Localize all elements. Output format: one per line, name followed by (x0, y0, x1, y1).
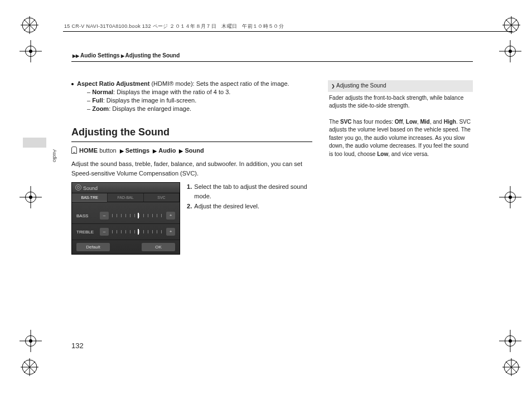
page-number: 132 (71, 342, 84, 350)
triangle-icon: ▶ (120, 148, 124, 154)
plus-button[interactable]: + (166, 212, 175, 219)
home-icon (71, 147, 77, 154)
slider-thumb[interactable] (138, 229, 139, 235)
registration-mark-icon (23, 333, 38, 349)
triangle-icon: ▶▶ (72, 53, 79, 58)
side-tab-label: Audio (52, 149, 57, 162)
rule-heading (71, 142, 312, 142)
sidebar-bold: SVC (340, 119, 352, 125)
sidebar-text: The (329, 119, 340, 125)
ok-button[interactable]: OK (142, 243, 175, 251)
sidebar-paragraph: The SVC has four modes: Off, Low, Mid, a… (328, 116, 473, 164)
default-button[interactable]: Default (76, 243, 110, 251)
bullet-icon (71, 83, 74, 85)
triangle-icon: ▶ (153, 148, 157, 154)
crop-mark-icon (20, 16, 39, 35)
crop-mark-icon (502, 358, 521, 377)
slider-treble: TREBLE – + (72, 224, 180, 240)
sidebar-bold: Off (395, 119, 403, 125)
step-text: Select the tab to adjust the desired sou… (194, 182, 312, 201)
sidebar-text: has four modes: (352, 119, 395, 125)
section-heading: Adjusting the Sound (71, 126, 312, 138)
breadcrumb: ▶▶Audio Settings▶Adjusting the Sound (71, 52, 180, 58)
sidebar-title-text: Adjusting the Sound (336, 82, 386, 89)
slider-label: TREBLE (76, 230, 100, 235)
sidebar-paragraph: Fader adjusts the front-to-back strength… (328, 92, 473, 116)
slider-track[interactable] (112, 213, 163, 218)
tab-fad-bal[interactable]: FAD-BAL (108, 193, 143, 202)
sub-item: Full: Displays the image in full-screen. (87, 97, 312, 104)
item-label: Aspect Ratio Adjustment (77, 80, 149, 87)
breadcrumb-item: Audio Settings (80, 52, 120, 58)
slider-label: BASS (76, 213, 100, 218)
item-text: (HDMI® mode): Sets the aspect ratio of t… (149, 80, 289, 87)
registration-mark-icon (502, 43, 518, 59)
screen-title-text: Sound (83, 186, 98, 191)
sidebar-bold: Low (406, 119, 417, 125)
sidebar-bold: Mid (420, 119, 429, 125)
gear-icon (75, 184, 81, 191)
step-number: 1. (187, 182, 192, 201)
sidebar-bold: Low (377, 151, 388, 157)
registration-mark-icon (23, 43, 38, 59)
sub-item-text: : Displays the image in full-screen. (103, 97, 197, 104)
step-text: Adjust the desired level. (194, 202, 259, 211)
thumb-tab (23, 138, 46, 148)
slider-track[interactable] (112, 230, 163, 234)
nav-step: Sound (185, 147, 204, 154)
plus-button[interactable]: + (166, 228, 175, 236)
section-description: Adjust the sound bass, treble, fader, ba… (71, 159, 312, 178)
tab-bas-tre[interactable]: BAS-TRE (72, 193, 108, 202)
chevron-icon: ❯ (331, 84, 335, 89)
rule-breadcrumb (71, 61, 473, 62)
registration-mark-icon (502, 333, 518, 349)
sub-item-label: Normal (92, 89, 113, 95)
step-item: 1.Select the tab to adjust the desired s… (187, 182, 312, 201)
file-header-line: 15 CR-V NAVI-31T0A8100.book 132 ページ ２０１４… (64, 23, 284, 30)
crop-mark-icon (20, 358, 39, 377)
sidebar-text: , and vice versa. (388, 151, 429, 157)
registration-mark-icon (502, 189, 518, 205)
sub-item: Zoom: Displays the enlarged image. (87, 105, 312, 112)
sub-item-text: : Displays the image with the ratio of 4… (113, 89, 230, 95)
sub-item: Normal: Displays the image with the rati… (87, 89, 312, 95)
nav-step: Audio (158, 147, 176, 154)
sub-item-text: : Displays the enlarged image. (109, 105, 191, 112)
step-number: 2. (187, 202, 192, 211)
nav-path: HOME button ▶Settings ▶Audio ▶Sound (71, 147, 312, 154)
minus-button[interactable]: – (100, 212, 109, 219)
step-item: 2.Adjust the desired level. (187, 202, 312, 211)
nav-step: Settings (125, 147, 149, 154)
sidebar-title: ❯Adjusting the Sound (328, 80, 473, 92)
bullet-item: Aspect Ratio Adjustment (HDMI® mode): Se… (71, 80, 312, 87)
sidebar-bold: High (444, 119, 456, 125)
minus-button[interactable]: – (100, 228, 109, 236)
slider-thumb[interactable] (138, 213, 139, 218)
triangle-icon: ▶ (179, 148, 183, 154)
sub-item-label: Zoom (92, 105, 109, 112)
slider-bass: BASS – + (72, 208, 180, 224)
device-screenshot: Sound BAS-TRE FAD-BAL SVC BASS – + TREBL… (71, 182, 180, 255)
nav-word: button (99, 147, 117, 154)
rule-top (63, 31, 512, 32)
tab-svc[interactable]: SVC (144, 193, 180, 202)
screen-title: Sound (72, 183, 180, 193)
registration-mark-icon (23, 189, 38, 205)
breadcrumb-item: Adjusting the Sound (125, 52, 180, 58)
sub-item-label: Full (92, 97, 103, 104)
nav-home: HOME (79, 147, 98, 154)
triangle-icon: ▶ (121, 53, 124, 58)
